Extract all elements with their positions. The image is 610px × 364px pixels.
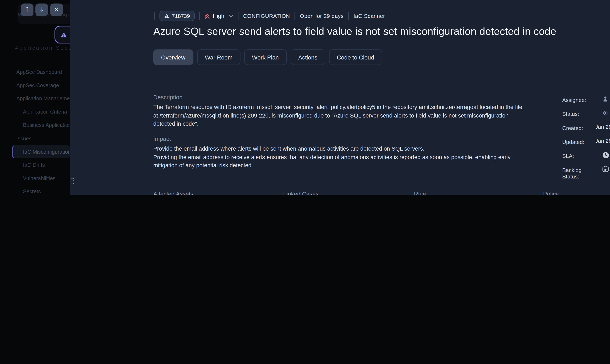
sidebar-item-application-management[interactable]: Application Management xyxy=(12,92,70,105)
person-icon xyxy=(602,96,609,102)
divider xyxy=(348,12,349,20)
tab-overview[interactable]: Overview xyxy=(153,49,193,65)
impact-body: Provide the email address where alerts w… xyxy=(153,145,524,170)
backlog-status-row: Backlog Status: New xyxy=(562,166,610,180)
issue-meta-panel: Assignee: Unassigned Status: New xyxy=(562,96,610,185)
divider xyxy=(238,12,239,20)
sidebar: We are experiencing a pr Application Sec… xyxy=(0,0,70,195)
description-heading: Description xyxy=(153,94,182,101)
sidebar-item-appsec-dashboard[interactable]: AppSec Dashboard xyxy=(12,65,70,79)
issue-detail-panel: 718739 High CONFIGURATION Open for 29 da… xyxy=(70,0,610,195)
sidebar-item-iac-misconfiguration[interactable]: IaC Misconfiguration xyxy=(12,145,70,158)
category-label: CONFIGURATION xyxy=(243,13,290,19)
overlay-controls: ↑ ↓ × xyxy=(21,3,63,16)
sidebar-section-title: Application Security xyxy=(15,45,70,51)
alert-flyout-tab[interactable] xyxy=(54,26,70,43)
assignee-label: Assignee: xyxy=(562,96,595,103)
warning-triangle-icon xyxy=(164,13,169,18)
status-label: Status: xyxy=(562,110,595,117)
calendar-icon xyxy=(602,166,609,172)
warning-triangle-icon xyxy=(61,32,67,38)
description-body: The Terraform resource with ID azurerm_m… xyxy=(153,103,528,128)
policy-label: Policy xyxy=(543,191,559,195)
created-value: Jan 26th 2026 09:12:53 xyxy=(595,124,610,130)
impact-line: Provide the email address where alerts w… xyxy=(153,145,524,153)
tab-work-plan[interactable]: Work Plan xyxy=(244,49,287,65)
page-title: Azure SQL server send alerts to field va… xyxy=(153,26,610,38)
sla-label: SLA: xyxy=(562,152,595,159)
sidebar-item-application-criteria[interactable]: Application Criteria xyxy=(12,105,70,118)
clock-icon xyxy=(602,152,609,159)
sidebar-item-business-applications[interactable]: Business Applications xyxy=(12,118,70,132)
updated-label: Updated: xyxy=(562,138,595,145)
tab-war-room[interactable]: War Room xyxy=(197,49,240,65)
sla-row: SLA: On Track xyxy=(562,152,610,161)
updated-row: Updated: Jan 26th 2026 09:12:53 xyxy=(562,138,610,147)
sidebar-item-issues[interactable]: Issues xyxy=(12,132,70,145)
tab-bar: OverviewWar RoomWork PlanActionsCode to … xyxy=(153,49,382,65)
severity-label: High xyxy=(213,13,224,19)
sidebar-item-iac-drifts[interactable]: IaC Drifts xyxy=(12,158,70,172)
panel-resize-handle[interactable] xyxy=(71,178,74,185)
open-duration-label: Open for 29 days xyxy=(300,13,344,19)
updated-value: Jan 26th 2026 09:12:53 xyxy=(595,138,610,144)
issue-id: 718739 xyxy=(172,13,190,19)
chevron-down-icon xyxy=(229,14,234,17)
divider xyxy=(154,12,155,20)
backlog-status-label: Backlog Status: xyxy=(562,166,595,180)
affected-assets-label: Affected Assets xyxy=(153,191,194,195)
scroll-up-button[interactable]: ↑ xyxy=(21,3,34,16)
impact-line: Providing the email address to receive a… xyxy=(153,153,524,170)
impact-heading: Impact xyxy=(153,135,171,142)
severity-dropdown[interactable]: High xyxy=(205,13,233,19)
sidebar-item-appsec-coverage[interactable]: AppSec Coverage xyxy=(12,79,70,92)
divider xyxy=(295,12,295,20)
created-row: Created: Jan 26th 2026 09:12:53 xyxy=(562,124,610,133)
divider xyxy=(153,75,610,75)
linked-cases-label: Linked Cases xyxy=(283,191,319,195)
divider xyxy=(199,12,200,20)
assignee-row: Assignee: Unassigned xyxy=(562,96,610,105)
sidebar-nav: AppSec DashboardAppSec CoverageApplicati… xyxy=(12,65,70,195)
scroll-down-button[interactable]: ↓ xyxy=(35,3,48,16)
sidebar-item-secrets[interactable]: Secrets xyxy=(12,185,70,195)
issue-id-badge[interactable]: 718739 xyxy=(159,11,195,21)
tab-code-to-cloud[interactable]: Code to Cloud xyxy=(329,49,382,65)
severity-high-icon xyxy=(205,13,210,19)
status-diamond-icon xyxy=(602,110,608,116)
created-label: Created: xyxy=(562,124,595,131)
app-viewport: We are experiencing a pr Application Sec… xyxy=(0,0,610,195)
close-button[interactable]: × xyxy=(50,3,63,16)
rule-label: Rule xyxy=(414,191,426,195)
scanner-label: IaC Scanner xyxy=(353,13,385,19)
issue-topbar: 718739 High CONFIGURATION Open for 29 da… xyxy=(154,10,385,21)
tab-actions[interactable]: Actions xyxy=(290,49,325,65)
status-row: Status: New xyxy=(562,110,610,119)
sidebar-item-vulnerabilities[interactable]: Vulnerabilities xyxy=(12,172,70,185)
